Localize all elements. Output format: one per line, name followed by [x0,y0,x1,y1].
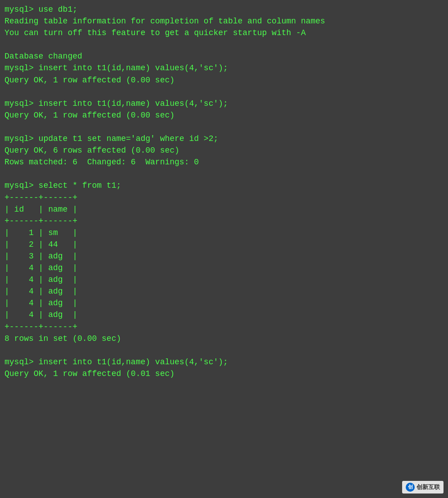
watermark-text: 创新互联 [417,483,440,492]
watermark: 创 创新互联 [402,481,444,493]
watermark-logo: 创 [406,483,415,492]
terminal-output: mysql> use db1; Reading table informatio… [4,4,444,380]
